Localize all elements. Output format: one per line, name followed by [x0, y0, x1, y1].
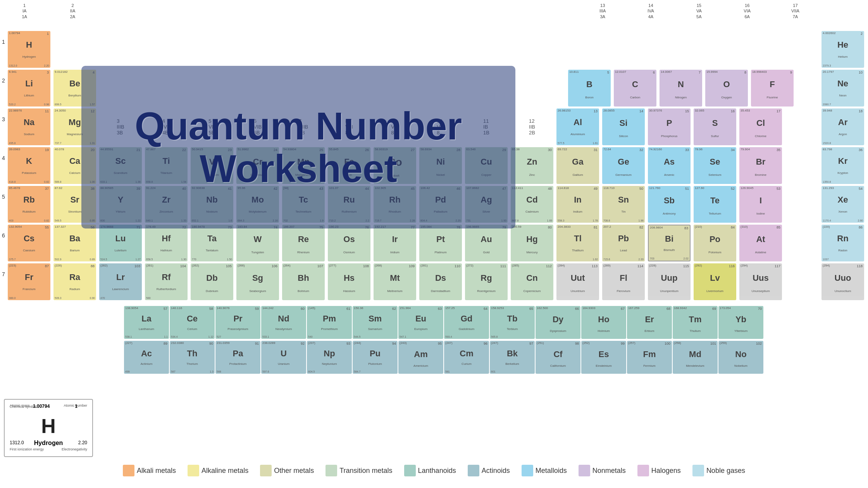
legend-alkali: Alkali metals — [123, 465, 176, 476]
element-S: 32.065 16 S Sulfur — [694, 108, 736, 145]
element-Uup: (228) 115 Uup Ununpentium — [648, 263, 691, 300]
element-Er: 167.259 68 Er Erbium — [627, 306, 672, 339]
element-Nd: 144.242 60 Nd Neodymium 533.1 — [261, 306, 306, 339]
period-7-label: 7 — [2, 271, 5, 277]
element-Br: 79.904 35 Br Bromine — [739, 147, 782, 184]
element-N: 14.0067 7 N Nitrogen — [660, 70, 702, 107]
element-Si: 28.0855 14 Si Silicon — [602, 108, 645, 145]
element-B: 10.811 5 B Boron — [568, 70, 611, 107]
other-metal-label: Other metals — [274, 467, 314, 475]
element-Au: 196.9665 79 Au Gold — [465, 225, 508, 261]
element-Uus: (294) 117 Uus Ununseptium — [739, 263, 782, 300]
element-Li: 6.941 3 Li Lithium 520.20.98 — [8, 70, 50, 107]
noble-swatch — [692, 465, 704, 476]
element-Es: (252) 99 Es Einsteinium — [581, 341, 626, 374]
element-Cd: 112.411 48 Cd Cadmium 867.81.69 — [511, 186, 553, 223]
other-metal-swatch — [260, 465, 272, 476]
lanthanide-row: 138.9054 57 La Lanthanum 538.11.1 140.11… — [124, 306, 763, 339]
metalloid-swatch — [522, 465, 533, 476]
col-2: 2IIA2A — [49, 3, 96, 19]
element-Cs: 132.9054 55 Cs Caesium 375.7 — [8, 225, 50, 261]
alkaline-label: Alkaline metals — [202, 467, 248, 475]
element-Ge: 72.64 32 Ge Germanium — [602, 147, 645, 184]
legend-transition: Transition metals — [326, 465, 392, 476]
metalloid-label: Metalloids — [536, 467, 567, 475]
element-Hg: 200.59 80 Hg Mercury — [511, 225, 553, 261]
element-Hs: (277) 108 Hs Hassium — [328, 263, 370, 300]
element-Pr: 140.9076 59 Pr Praseodymium 527 — [215, 306, 260, 339]
element-Lr: (262) 103 Lr Lawrencium 470 — [99, 263, 142, 300]
element-Rf: (261) 104 Rf Rutherfordium 580 — [145, 263, 188, 300]
element-Np: (237) 93 Np Neptunium 604.5 — [307, 341, 352, 374]
atomic-number-label: Atomic number — [64, 404, 87, 407]
col-16: 16VIA6A — [723, 3, 771, 19]
element-Na: 22.98976 11 Na Sodium 495.8 — [8, 108, 50, 145]
element-At: (310) 85 At Astatine — [739, 225, 782, 261]
actinoid-swatch — [468, 465, 479, 476]
element-Zn: 65.38 30 Zn Zinc — [511, 147, 553, 184]
element-Tm: 168.9342 69 Tm Thulium — [673, 306, 718, 339]
element-Pu: (244) 94 Pu Plutonium 584.7 — [353, 341, 398, 374]
lanthanoid-swatch — [404, 465, 416, 476]
element-Rg: (272) 111 Rg Roentgenium — [465, 263, 508, 300]
element-Uut: (284) 113 Uut Ununtrium — [556, 263, 599, 300]
element-In: 114.818 49 In Indium 558.31.78 — [556, 186, 599, 223]
element-C: 12.0107 6 C Carbon — [614, 70, 656, 107]
element-P: 30.97376 15 P Phosphorus — [648, 108, 691, 145]
element-Bk: (247) 97 Bk Berkelium 601 — [490, 341, 535, 374]
element-Ac: (227) 89 Ac Actinium 499 — [124, 341, 169, 374]
element-Uuo: (294) 118 Uuo Ununoctium — [822, 263, 864, 300]
element-O: 15.9994 8 O Oxygen — [705, 70, 748, 107]
worksheet-title-overlay: Quantum Number Worksheet — [81, 66, 515, 229]
info-symbol: H — [41, 414, 56, 438]
element-Hf: 178.49 72 Hf Hafnium 658.51.30 — [145, 225, 188, 261]
noble-label: Noble gases — [706, 467, 745, 475]
legend: Alkali metals Alkaline metals Other meta… — [0, 465, 868, 476]
element-info-box: Atomic mass 1.00794 1 Atomic number Chem… — [4, 399, 93, 457]
element-Fl: (289) 114 Fl Flerovium — [602, 263, 645, 300]
element-Cn: (285) 112 Cn Copernicium — [511, 263, 553, 300]
group12-label-r3: 12IIB2B — [511, 108, 553, 145]
element-Ne: 20.1797 10 Ne Neon 2080.7 — [822, 70, 864, 107]
col-4 — [145, 3, 193, 19]
element-Pa: 231.0359 91 Pa Protactinium 568 — [215, 341, 260, 374]
element-Te: 127.60 52 Te Tellurium — [694, 186, 736, 223]
element-Ga: 69.722 31 Ga Gallium — [556, 147, 599, 184]
col-5 — [193, 3, 241, 19]
element-Tb: 158.9253 65 Tb Terbium 565.8 — [490, 306, 535, 339]
element-H: 1.00794 1 H Hydrogen 1312.02.20 — [8, 31, 50, 68]
alkaline-swatch — [188, 465, 199, 476]
col-14: 14IVA4A — [627, 3, 674, 19]
element-As: 74.92160 33 As Arsenic — [648, 147, 691, 184]
element-W: 183.84 74 W Tungsten — [236, 225, 279, 261]
element-Cl: 35.453 17 Cl Chlorine — [739, 108, 782, 145]
element-Bh: (264) 107 Bh Bohrium — [282, 263, 325, 300]
worksheet-title: Quantum Number Worksheet — [81, 105, 515, 190]
element-Dy: 162.500 66 Dy Dysprosium — [536, 306, 580, 339]
element-Cm: (247) 96 Cm Curium 581 — [444, 341, 489, 374]
element-La: 138.9054 57 La Lanthanum 538.11.1 — [124, 306, 169, 339]
ionize-label: First ionization energy — [10, 447, 44, 451]
col-13: 13IIIA3A — [579, 3, 626, 19]
legend-nonmetal: Nonmetals — [579, 465, 626, 476]
elect-label: Electronegativity — [62, 447, 87, 451]
element-Rn: (220) 86 Rn Radon 1037 — [822, 225, 864, 261]
legend-alkaline: Alkaline metals — [188, 465, 248, 476]
element-Th: 232.0380 90 Th Thorium 5871.3 — [170, 341, 215, 374]
element-Sg: (266) 106 Sg Seaborgium — [236, 263, 279, 300]
element-Al: 26.98153 13 Al Aluminium 577.51.61 — [556, 108, 599, 145]
chem-sym-label: Chemical symbol — [10, 405, 36, 409]
col-6 — [242, 3, 289, 19]
actinoid-label: Actinoids — [482, 467, 510, 475]
element-Ba: 137.327 56 Ba Barium 502.90.89 — [53, 225, 96, 261]
halogen-label: Halogens — [651, 467, 681, 475]
alkali-swatch — [123, 465, 134, 476]
element-Md: (258) 101 Md Mendelevium — [673, 341, 718, 374]
info-electronegativity: 2.20 — [78, 440, 87, 445]
col-3 — [97, 3, 145, 19]
element-Ds: (281) 110 Ds Darmstadtium — [419, 263, 462, 300]
col-10 — [434, 3, 482, 19]
element-Po: (210) 84 Po Polonium — [694, 225, 736, 261]
nonmetal-swatch — [579, 465, 590, 476]
element-He: 4.002602 2 He Helium 2379.3 — [822, 31, 864, 68]
